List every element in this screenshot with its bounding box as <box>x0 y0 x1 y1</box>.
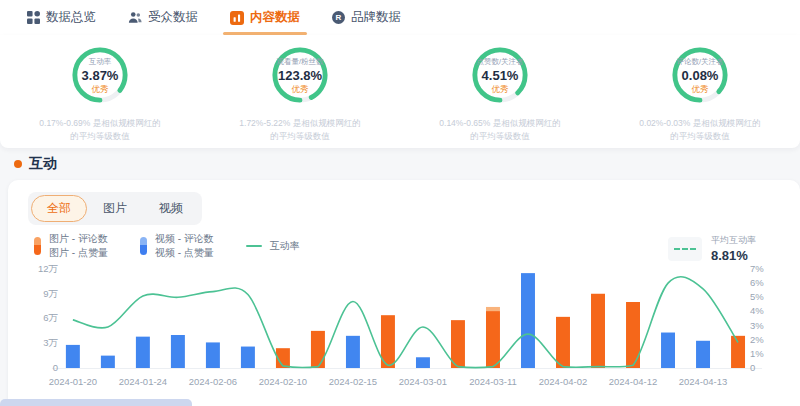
chart-legend: 图片 - 评论数 图片 - 点赞量 视频 - 评论数 视频 - 点赞量 互动率 … <box>34 232 780 260</box>
gauge-text: 评论数/关注者 0.08% 优秀 <box>671 46 729 104</box>
svg-text:0: 0 <box>750 362 755 373</box>
gauge-ring: 点赞数/关注者 4.51% 优秀 <box>471 46 529 104</box>
nav-label: 品牌数据 <box>351 9 401 26</box>
svg-text:9万: 9万 <box>43 288 58 299</box>
metric-value: 4.51% <box>482 68 519 83</box>
nav-item-content-data[interactable]: 内容数据 <box>221 0 309 35</box>
metrics-card: 互动率 3.87% 优秀 0.17%-0.69% 是相似规模网红的 的平均等级数… <box>0 35 800 148</box>
svg-text:5%: 5% <box>750 291 764 302</box>
legend-label: 图片 - 点赞量 <box>49 246 108 261</box>
tab-media-type[interactable]: 全部 <box>31 195 87 222</box>
metric-value: 3.87% <box>82 68 119 83</box>
metric-grade: 优秀 <box>492 84 509 96</box>
svg-text:2%: 2% <box>750 334 764 345</box>
legend-label: 互动率 <box>270 239 300 254</box>
benchmark-note: 0.02%-0.03% 是相似规模网红的 的平均等级数值 <box>639 117 760 143</box>
grid-icon <box>27 11 40 24</box>
svg-text:2024-04-12: 2024-04-12 <box>609 376 657 387</box>
average-value: 8.81% <box>711 248 756 263</box>
svg-text:2024-02-15: 2024-02-15 <box>329 376 377 387</box>
dashed-line-icon <box>668 237 702 261</box>
legend-picture-series: 图片 - 评论数 图片 - 点赞量 <box>34 232 108 261</box>
svg-text:2024-03-01: 2024-03-01 <box>399 376 447 387</box>
svg-text:12万: 12万 <box>38 264 59 274</box>
svg-text:2024-04-13: 2024-04-13 <box>679 376 727 387</box>
metric-label: 互动率 <box>89 57 112 67</box>
nav-item-data-overview[interactable]: 数据总览 <box>18 0 105 35</box>
benchmark-line1: 0.17%-0.69% 是相似规模网红的 <box>39 117 160 130</box>
svg-text:2024-02-06: 2024-02-06 <box>189 376 237 387</box>
nav-label: 内容数据 <box>250 9 300 26</box>
green-line-icon <box>246 245 262 247</box>
gauge-ring: 观看量/粉丝数 123.8% 优秀 <box>271 46 329 104</box>
metric-label: 评论数/关注者 <box>676 57 723 67</box>
nav-label: 受众数据 <box>148 9 198 26</box>
metric-grade: 优秀 <box>92 84 109 96</box>
svg-text:2024-02-10: 2024-02-10 <box>259 376 307 387</box>
metric-gauge-block: 评论数/关注者 0.08% 优秀 0.02%-0.03% 是相似规模网红的 的平… <box>600 35 800 148</box>
metric-label: 观看量/粉丝数 <box>276 57 323 67</box>
content-data-icon <box>230 11 244 25</box>
interaction-combo-chart[interactable]: 12万9万6万3万07%6%5%4%3%2%1%02024-01-202024-… <box>22 264 792 394</box>
tab-media-type[interactable]: 图片 <box>87 195 143 222</box>
average-label: 平均互动率 <box>711 234 756 247</box>
metric-grade: 优秀 <box>692 84 709 96</box>
benchmark-line2: 的平均等级数值 <box>639 130 760 143</box>
orange-bar-icon <box>34 237 41 255</box>
nav-label: 数据总览 <box>46 9 96 26</box>
average-interaction-rate: 平均互动率 8.81% <box>668 234 756 263</box>
top-nav: 数据总览 受众数据 内容数据 R 品牌数据 <box>0 0 800 36</box>
section-title: 互动 <box>29 155 57 173</box>
svg-text:2024-01-24: 2024-01-24 <box>119 376 167 387</box>
gauge-text: 互动率 3.87% 优秀 <box>71 46 129 104</box>
svg-text:1%: 1% <box>750 348 764 359</box>
benchmark-note: 0.17%-0.69% 是相似规模网红的 的平均等级数值 <box>39 117 160 143</box>
legend-label: 视频 - 点赞量 <box>155 246 214 261</box>
gauge-text: 观看量/粉丝数 123.8% 优秀 <box>271 46 329 104</box>
benchmark-note: 1.72%-5.22% 是相似规模网红的 的平均等级数值 <box>239 117 360 143</box>
blue-bar-icon <box>140 237 147 255</box>
gauge-ring: 评论数/关注者 0.08% 优秀 <box>671 46 729 104</box>
legend-video-series: 视频 - 评论数 视频 - 点赞量 <box>140 232 214 261</box>
benchmark-line2: 的平均等级数值 <box>439 130 560 143</box>
brand-badge-icon: R <box>332 11 345 24</box>
benchmark-note: 0.14%-0.65% 是相似规模网红的 的平均等级数值 <box>439 117 560 143</box>
legend-label: 视频 - 评论数 <box>155 232 214 247</box>
metric-gauge-block: 点赞数/关注者 4.51% 优秀 0.14%-0.65% 是相似规模网红的 的平… <box>400 35 600 148</box>
svg-text:3%: 3% <box>750 320 764 331</box>
tab-media-type[interactable]: 视频 <box>143 195 199 222</box>
svg-text:2024-04-02: 2024-04-02 <box>539 376 587 387</box>
nav-item-brand-data[interactable]: R 品牌数据 <box>323 0 410 35</box>
metric-grade: 优秀 <box>292 84 309 96</box>
section-header-interaction: 互动 <box>14 155 57 173</box>
audience-icon <box>128 11 142 24</box>
section-dot-icon <box>14 160 22 168</box>
benchmark-line1: 0.14%-0.65% 是相似规模网红的 <box>439 117 560 130</box>
svg-text:7%: 7% <box>750 264 764 274</box>
svg-text:6万: 6万 <box>43 312 58 323</box>
metric-label: 点赞数/关注者 <box>476 57 523 67</box>
svg-text:2024-03-11: 2024-03-11 <box>469 376 517 387</box>
interaction-panel: 全部 图片 视频 图片 - 评论数 图片 - 点赞量 视频 - 评论数 视频 -… <box>8 180 800 406</box>
horizontal-scrollbar[interactable] <box>0 399 192 406</box>
svg-text:3万: 3万 <box>43 337 58 348</box>
metric-gauge-block: 互动率 3.87% 优秀 0.17%-0.69% 是相似规模网红的 的平均等级数… <box>0 35 200 148</box>
gauge-text: 点赞数/关注者 4.51% 优秀 <box>471 46 529 104</box>
svg-text:4%: 4% <box>750 305 764 316</box>
benchmark-line1: 0.02%-0.03% 是相似规模网红的 <box>639 117 760 130</box>
svg-text:0: 0 <box>53 362 58 373</box>
nav-item-audience-data[interactable]: 受众数据 <box>119 0 207 35</box>
gauge-ring: 互动率 3.87% 优秀 <box>71 46 129 104</box>
metric-value: 123.8% <box>278 68 322 83</box>
legend-label: 图片 - 评论数 <box>49 232 108 247</box>
metric-gauge-block: 观看量/粉丝数 123.8% 优秀 1.72%-5.22% 是相似规模网红的 的… <box>200 35 400 148</box>
svg-text:2024-01-20: 2024-01-20 <box>49 376 97 387</box>
media-type-tabs: 全部 图片 视频 <box>28 192 202 225</box>
legend-interaction-rate: 互动率 <box>246 239 300 254</box>
metric-value: 0.08% <box>682 68 719 83</box>
benchmark-line1: 1.72%-5.22% 是相似规模网红的 <box>239 117 360 130</box>
svg-text:6%: 6% <box>750 277 764 288</box>
benchmark-line2: 的平均等级数值 <box>239 130 360 143</box>
benchmark-line2: 的平均等级数值 <box>39 130 160 143</box>
